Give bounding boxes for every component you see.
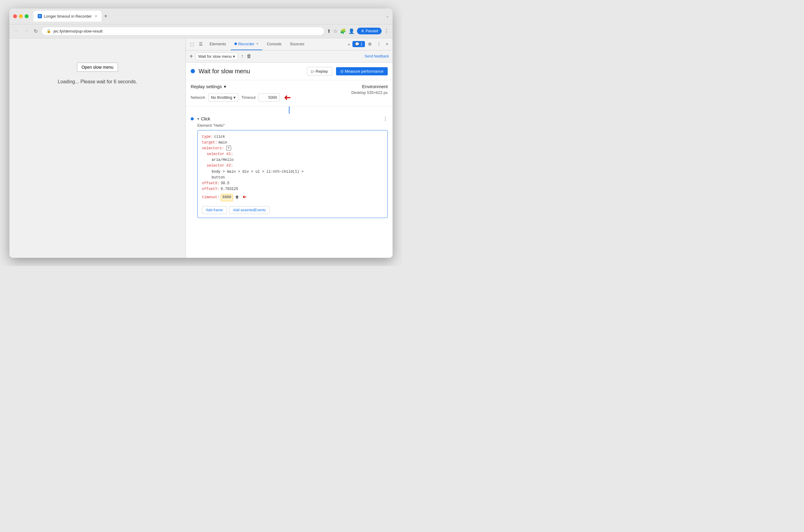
- timeout-input[interactable]: 5000: [259, 93, 280, 101]
- step-dot-icon: [191, 117, 194, 120]
- tab-favicon: R: [38, 14, 42, 18]
- add-recording-button[interactable]: +: [189, 53, 193, 60]
- code-key-type: type:: [202, 134, 213, 140]
- red-arrow-icon: ➜: [284, 92, 291, 102]
- url-bar[interactable]: 🔒 jec.fyi/demo/pup-slow-result: [41, 27, 324, 36]
- timeline-connector: [186, 107, 393, 114]
- devtools-close-icon[interactable]: ×: [384, 40, 390, 48]
- new-tab-button[interactable]: +: [103, 13, 109, 20]
- lock-icon: 🔒: [46, 29, 51, 33]
- network-label: Network: [191, 95, 205, 100]
- step-code-block: type: click target: main selectors: R: [197, 130, 388, 218]
- replay-settings-section: Replay settings ▾ Network No throttling …: [186, 80, 393, 107]
- add-frame-button[interactable]: Add frame: [202, 206, 227, 214]
- loading-text: Loading... Please wait for 6 seconds.: [58, 79, 137, 84]
- recorder-dot-icon: [235, 42, 237, 45]
- network-throttle-selector[interactable]: No throttling ▾: [208, 93, 238, 101]
- steps-area[interactable]: ▾ Click ⋮ Element "Hello" type: click: [186, 107, 393, 258]
- step-expand-icon[interactable]: ▾: [197, 117, 199, 121]
- delete-button[interactable]: 🗑: [246, 53, 253, 60]
- browser-window: R Longer timeout in Recorder × + ⌄ ← → ↻…: [10, 8, 393, 258]
- chat-button[interactable]: 💬 1: [352, 41, 365, 47]
- device-icon[interactable]: ☰: [197, 40, 205, 48]
- code-key-offsety: offsetY:: [202, 186, 220, 192]
- step-type-label: Click: [201, 116, 210, 121]
- code-line-timeout: timeout: 6000 🗑 ➜: [202, 192, 383, 203]
- code-val-selector2: body > main > div > ul > li:nth-child(1)…: [212, 169, 303, 175]
- recording-selector[interactable]: Wait for slow menu ▾: [195, 53, 238, 60]
- more-options-icon[interactable]: ⋮: [384, 28, 389, 34]
- replay-settings-title[interactable]: Replay settings ▾: [191, 84, 327, 89]
- red-arrow-timeout-icon: ➜: [243, 192, 247, 203]
- step-more-button[interactable]: ⋮: [383, 116, 388, 122]
- environment-value: Desktop 535×622 px: [327, 90, 388, 95]
- code-key-selectors: selectors:: [202, 146, 224, 151]
- traffic-light-red[interactable]: [13, 14, 17, 18]
- code-line-selector2-val2: button: [202, 175, 383, 180]
- url-text: jec.fyi/demo/pup-slow-result: [54, 29, 102, 34]
- vline: [289, 107, 289, 114]
- devtools-tab-bar: ⬚ ☰ Elements Recorder × Console Sources …: [186, 38, 393, 51]
- traffic-light-yellow[interactable]: [19, 14, 23, 18]
- inspect-icon[interactable]: ⬚: [188, 40, 196, 48]
- tab-title: Longer timeout in Recorder: [44, 14, 92, 19]
- step-header: ▾ Click ⋮: [197, 116, 388, 122]
- devtools-settings-icon[interactable]: ⚙: [366, 40, 374, 48]
- selector-icon: R: [226, 146, 231, 151]
- extensions-icon[interactable]: 🧩: [340, 28, 346, 34]
- devtools-panel: ⬚ ☰ Elements Recorder × Console Sources …: [186, 38, 393, 258]
- settings-right: Environment Desktop 535×622 px: [327, 84, 388, 95]
- code-key-selector1: selector #1:: [207, 151, 233, 157]
- send-feedback-link[interactable]: Send feedback: [364, 54, 389, 58]
- environment-title: Environment: [327, 84, 388, 89]
- code-line-target: target: main: [202, 140, 383, 146]
- recording-active-dot: [191, 69, 195, 73]
- address-bar: ← → ↻ 🔒 jec.fyi/demo/pup-slow-result ⬆ ☆…: [10, 24, 393, 38]
- timeout-delete-icon[interactable]: 🗑: [235, 194, 239, 200]
- chevron-down-icon[interactable]: ⌄: [386, 14, 389, 18]
- tab-console[interactable]: Console: [263, 38, 285, 50]
- step-content: ▾ Click ⋮ Element "Hello" type: click: [197, 116, 388, 218]
- tab-sources[interactable]: Sources: [286, 38, 308, 50]
- profile-icon[interactable]: 👤: [349, 28, 355, 34]
- forward-button[interactable]: →: [23, 27, 30, 35]
- tab-recorder[interactable]: Recorder ×: [231, 38, 262, 50]
- code-val-target: main: [218, 140, 227, 146]
- code-val-selector2b: button: [212, 175, 225, 180]
- measure-performance-button[interactable]: ⊙ Measure performance: [336, 67, 388, 75]
- paused-badge[interactable]: ⏸ Paused: [357, 28, 381, 34]
- code-line-selector1-val: aria/Hello: [202, 157, 383, 163]
- export-button[interactable]: ↑: [240, 53, 244, 60]
- code-line-selectors: selectors: R: [202, 146, 383, 151]
- code-key-timeout: timeout:: [202, 194, 220, 200]
- code-val-type: click: [214, 134, 225, 140]
- add-asserted-events-button[interactable]: Add assertedEvents: [229, 206, 269, 214]
- title-bar: R Longer timeout in Recorder × + ⌄: [10, 8, 393, 24]
- code-actions: Add frame Add assertedEvents: [202, 206, 383, 214]
- recorder-tab-close-icon[interactable]: ×: [256, 42, 259, 46]
- tab-close-icon[interactable]: ×: [95, 14, 97, 19]
- settings-row: Network No throttling ▾ Timeout 5000 ➜: [191, 92, 327, 102]
- reload-button[interactable]: ↻: [33, 27, 39, 35]
- share-icon[interactable]: ⬆: [327, 28, 331, 34]
- bookmark-icon[interactable]: ☆: [333, 28, 338, 34]
- open-slow-menu-button[interactable]: Open slow menu: [77, 63, 118, 72]
- browser-viewport: Open slow menu Loading... Please wait fo…: [10, 38, 186, 258]
- code-line-type: type: click: [202, 134, 383, 140]
- recording-title: Wait for slow menu: [199, 68, 303, 75]
- code-key-selector2: selector #2:: [207, 163, 233, 169]
- traffic-light-green[interactable]: [25, 14, 29, 18]
- step-description: Element "Hello": [197, 123, 388, 128]
- code-key-offsetx: offsetX:: [202, 180, 220, 186]
- devtools-more-icon[interactable]: ⋮: [375, 40, 383, 48]
- replay-settings-dropdown-icon: ▾: [224, 84, 226, 89]
- more-tabs-icon[interactable]: »: [347, 42, 351, 46]
- main-content: Open slow menu Loading... Please wait fo…: [10, 38, 393, 258]
- tab-elements[interactable]: Elements: [206, 38, 229, 50]
- recording-actions: ↑ 🗑: [240, 53, 253, 60]
- back-button[interactable]: ←: [13, 27, 20, 35]
- network-throttle-value: No throttling: [211, 95, 232, 100]
- replay-button[interactable]: ▷ Replay: [307, 67, 332, 76]
- browser-tab[interactable]: R Longer timeout in Recorder ×: [34, 11, 101, 22]
- code-line-offsetx: offsetX: 30.5: [202, 180, 383, 186]
